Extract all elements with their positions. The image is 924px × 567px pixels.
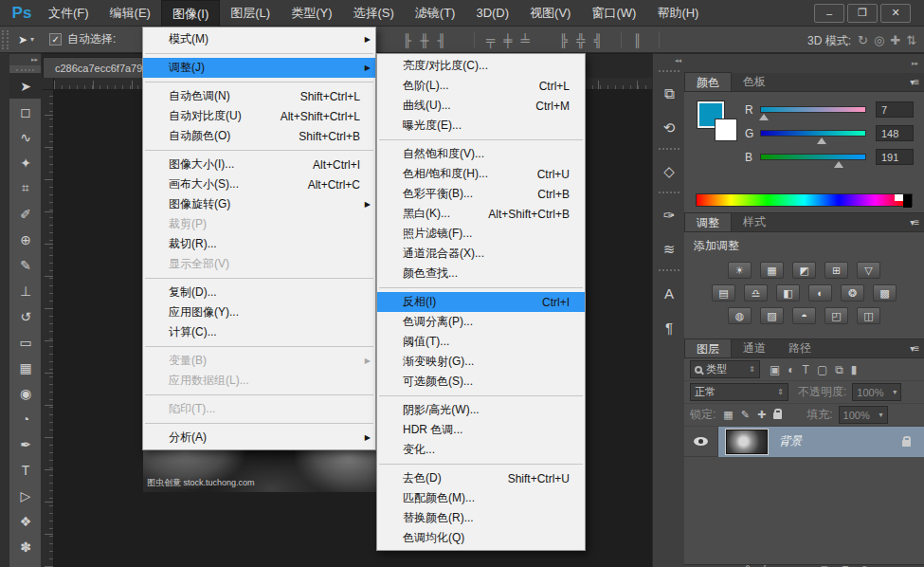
type-tool[interactable]: T [9,457,42,483]
tab-channels[interactable]: 通道 [732,338,777,357]
menubar-item-3d[interactable]: 3D(D) [465,0,519,27]
brush-tool[interactable]: ✎ [9,252,42,278]
filter-type-layers-icon[interactable]: T [803,363,809,376]
align-horizontal-centers-icon[interactable]: ╪ [503,33,512,47]
history-brush-tool[interactable]: ↺ [9,303,42,329]
channel-slider-thumb[interactable] [817,137,826,144]
submenu-item-color-lookup[interactable]: 颜色查找... [377,264,585,284]
menu-item-image-size[interactable]: 图像大小(I)... Alt+Ctrl+I [143,155,375,174]
opacity-field[interactable]: 100% ▾ [852,383,901,401]
color-balance-icon[interactable]: ♎ [744,284,768,302]
menubar-item-layer[interactable]: 图层(L) [220,0,281,27]
submenu-item-color-balance[interactable]: 色彩平衡(B)... Ctrl+B [377,184,585,204]
menu-item-duplicate[interactable]: 复制(D)... [143,283,375,302]
healing-brush-tool[interactable]: ⊕ [9,227,42,252]
submenu-item-levels[interactable]: 色阶(L)... Ctrl+L [377,76,585,96]
menubar-item-file[interactable]: 文件(F) [38,0,100,27]
selective-color-icon[interactable]: ◫ [857,307,880,324]
hue-saturation-icon[interactable]: ▤ [712,284,735,302]
spectrum-black-swatch[interactable] [903,194,912,208]
fill-field[interactable]: 100% ▾ [839,406,888,424]
menubar-item-filter[interactable]: 滤镜(T) [405,0,466,27]
3d-roll-icon[interactable]: ◎ [874,33,884,47]
submenu-item-hue-saturation[interactable]: 色相/饱和度(H)... Ctrl+U [377,164,585,184]
menubar-item-help[interactable]: 帮助(H) [646,0,709,27]
move-tool[interactable]: ➤ [9,73,42,99]
channel-slider-thumb[interactable] [834,161,843,168]
paragraph-panel-icon[interactable]: ¶ [653,310,685,344]
submenu-item-vibrance[interactable]: 自然饱和度(V)... [377,144,585,164]
photo-filter-icon[interactable]: ◐ [808,284,832,302]
menu-item-apply-data-set[interactable]: 应用数据组(L)... [143,371,375,391]
dock-collapse-icon[interactable]: ◂◂ [653,54,684,67]
color-lookup-icon[interactable]: ▩ [873,284,897,302]
document-tab[interactable]: c286ca7ecc6f7a79 [43,57,154,79]
path-selection-tool[interactable]: ▷ [9,483,42,508]
hand-tool[interactable]: ✽ [9,534,42,559]
clone-source-panel-icon[interactable]: ⧉ [653,77,685,111]
tab-paths[interactable]: 路径 [777,338,823,357]
color-spectrum-bar[interactable] [696,193,913,207]
channel-value-field[interactable]: 148 [876,125,914,141]
lock-transparent-pixels-icon[interactable]: ▦ [723,409,733,421]
submenu-item-channel-mixer[interactable]: 通道混合器(X)... [377,244,585,264]
brightness-contrast-icon[interactable]: ☀ [728,262,752,279]
tools-grip[interactable] [16,65,34,71]
channel-slider-thumb[interactable] [759,114,769,120]
submenu-item-threshold[interactable]: 阈值(T)... [377,332,585,352]
eyedropper-tool[interactable]: ✐ [9,201,42,227]
gradient-tool[interactable]: ▦ [9,355,42,380]
submenu-item-gradient-map[interactable]: 渐变映射(G)... [377,352,585,372]
close-button[interactable]: ✕ [880,4,911,23]
blur-tool[interactable]: ◉ [9,380,42,406]
channel-slider[interactable] [760,130,866,137]
submenu-item-brightness-contrast[interactable]: 亮度/对比度(C)... [377,56,585,76]
tab-adjustments[interactable]: 调整 [684,212,732,231]
menu-item-image-rotation[interactable]: 图像旋转(G) ▶ [143,194,375,214]
menu-item-mode[interactable]: 模式(M) ▶ [143,29,375,49]
eraser-tool[interactable]: ▭ [9,329,42,355]
levels-icon[interactable]: ▦ [760,262,784,279]
menu-item-analysis[interactable]: 分析(A) ▶ [143,428,375,448]
pen-tool[interactable]: ✒ [9,431,42,457]
align-right-edges-icon[interactable]: ╢ [437,33,445,47]
submenu-item-black-white[interactable]: 黑白(K)... Alt+Shift+Ctrl+B [377,204,585,224]
menu-item-auto-tone[interactable]: 自动色调(N) Shift+Ctrl+L [143,86,375,106]
exposure-icon[interactable]: ⊞ [824,262,848,279]
filter-smart-objects-icon[interactable]: ⧉ [835,363,843,376]
submenu-item-shadows-highlights[interactable]: 阴影/高光(W)... [377,400,585,420]
lock-all-icon[interactable] [773,409,782,421]
magic-wand-tool[interactable]: ✦ [9,150,42,175]
menu-item-auto-color[interactable]: 自动颜色(O) Shift+Ctrl+B [143,126,375,146]
filter-adjustment-layers-icon[interactable]: ◐ [788,363,794,376]
threshold-icon[interactable]: ◓ [792,307,816,324]
submenu-item-invert[interactable]: 反相(I) Ctrl+I [377,292,585,312]
panel-menu-icon[interactable]: ▾≡ [910,343,918,354]
minimize-button[interactable]: – [814,4,844,23]
menu-item-auto-contrast[interactable]: 自动对比度(U) Alt+Shift+Ctrl+L [143,106,375,126]
lasso-tool[interactable]: ∿ [9,124,42,150]
menu-item-apply-image[interactable]: 应用图像(Y)... [143,302,375,322]
channel-value-field[interactable]: 7 [876,101,914,118]
tab-color[interactable]: 颜色 [684,72,732,91]
submenu-item-variations[interactable]: 变化... [377,440,585,460]
distribute-left-icon[interactable]: ╠ [559,33,568,47]
menu-item-variables[interactable]: 变量(B) ▶ [143,351,375,371]
crop-tool[interactable]: ⌗ [9,175,42,201]
channel-slider[interactable] [760,154,866,160]
submenu-item-posterize[interactable]: 色调分离(P)... [377,312,585,332]
submenu-item-match-color[interactable]: 匹配颜色(M)... [377,488,585,508]
filter-toggle[interactable]: ▮ [851,363,858,376]
background-color-swatch[interactable] [715,119,737,141]
menu-item-crop[interactable]: 裁剪(P) [143,214,375,234]
submenu-item-photo-filter[interactable]: 照片滤镜(F)... [377,224,585,244]
tool-preset-caret-icon[interactable]: ▾ [30,35,34,44]
brush-presets-panel-icon[interactable]: ≋ [653,232,685,266]
filter-shape-layers-icon[interactable]: ▢ [817,363,827,376]
auto-select-checkbox[interactable]: ✓ [49,33,62,46]
align-left-edges-icon[interactable]: ╟ [403,33,411,47]
properties-panel-icon[interactable]: ◇ [653,155,685,189]
submenu-item-curves[interactable]: 曲线(U)... Ctrl+M [377,96,585,116]
channel-value-field[interactable]: 191 [876,149,914,165]
blend-mode-dropdown[interactable]: 正常 ⇕ [690,383,788,401]
